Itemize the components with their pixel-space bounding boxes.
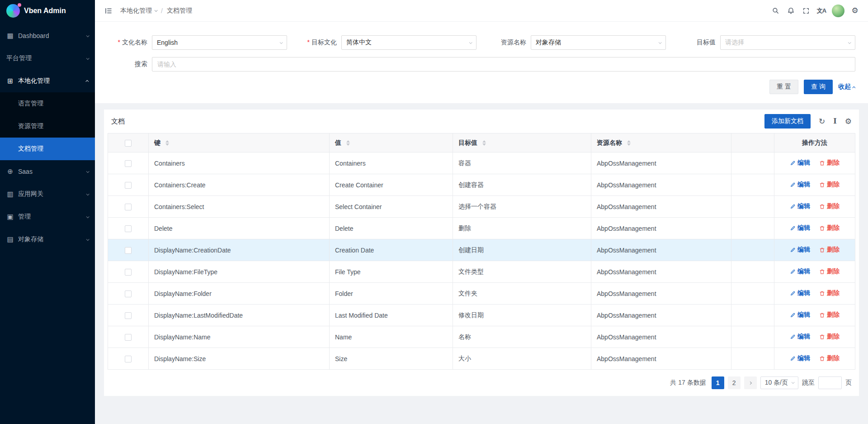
cell-key: DisplayName:Name — [149, 326, 330, 348]
chevron-down-icon — [86, 57, 90, 60]
sidebar-item-localization[interactable]: ⊞ 本地化管理 — [0, 70, 95, 92]
logo-icon — [6, 4, 20, 18]
sidebar-item-gateway[interactable]: ▥ 应用网关 — [0, 183, 95, 205]
search-icon[interactable] — [768, 0, 783, 22]
cell-key: DisplayName:FileType — [149, 261, 330, 283]
table-row: Containers:Create Create Container 创建容器 … — [108, 174, 855, 196]
column-header-key[interactable]: 键 — [149, 133, 330, 152]
delete-button[interactable]: 删除 — [819, 289, 840, 297]
column-header-value[interactable]: 值 — [330, 133, 453, 152]
document-table-card: 文档 添加新文档 ↻ Ⅰ ⚙ 键 — [104, 110, 859, 396]
card-tools: 添加新文档 ↻ Ⅰ ⚙ — [764, 114, 852, 129]
collapse-link[interactable]: 收起 — [838, 83, 855, 91]
breadcrumb-item-current: 文档管理 — [167, 7, 192, 15]
cell-resource: AbpOssManagement — [591, 326, 731, 348]
logo[interactable]: Vben Admin — [0, 0, 95, 22]
row-checkbox[interactable] — [125, 204, 132, 210]
sidebar-item-platform[interactable]: 平台管理 — [0, 47, 95, 70]
sort-icon — [482, 140, 486, 146]
delete-button[interactable]: 删除 — [819, 224, 840, 232]
edit-button[interactable]: 编辑 — [790, 246, 810, 254]
avatar[interactable] — [832, 5, 844, 17]
row-checkbox[interactable] — [125, 225, 132, 232]
chevron-down-icon — [155, 9, 158, 12]
delete-button[interactable]: 删除 — [819, 159, 840, 167]
page-size-select[interactable]: 10 条/页 — [760, 376, 798, 389]
notification-bell-icon[interactable] — [783, 0, 798, 22]
cell-target: 选择一个容器 — [453, 196, 591, 218]
edit-button[interactable]: 编辑 — [790, 289, 810, 297]
row-checkbox[interactable] — [125, 291, 132, 297]
fullscreen-icon[interactable] — [798, 0, 814, 22]
sidebar-subitem-language[interactable]: 语言管理 — [0, 92, 95, 115]
field-search: 搜索 — [102, 57, 855, 71]
cell-value: Containers — [330, 152, 453, 174]
row-checkbox[interactable] — [125, 269, 132, 276]
pagination: 共 17 条数据 1 2 10 条/页 跳至 页 — [104, 370, 859, 396]
cell-target: 修改日期 — [453, 305, 591, 326]
edit-button[interactable]: 编辑 — [790, 159, 810, 167]
breadcrumb: 本地化管理 / 文档管理 — [120, 7, 192, 15]
sidebar-item-oss[interactable]: ▤ 对象存储 — [0, 228, 95, 251]
search-input[interactable] — [152, 57, 855, 71]
row-checkbox[interactable] — [125, 182, 132, 189]
column-settings-gear-icon[interactable]: ⚙ — [845, 118, 852, 125]
delete-button[interactable]: 删除 — [819, 333, 840, 341]
edit-button[interactable]: 编辑 — [790, 311, 810, 319]
cell-key: DisplayName:Folder — [149, 283, 330, 305]
row-checkbox[interactable] — [125, 334, 132, 341]
column-header-resource[interactable]: 资源名称 — [591, 133, 731, 152]
row-checkbox[interactable] — [125, 356, 132, 362]
field-resource-name: 资源名称 对象存储 — [481, 35, 666, 50]
query-button[interactable]: 查 询 — [804, 80, 833, 94]
column-header-target[interactable]: 目标值 — [453, 133, 591, 152]
edit-button[interactable]: 编辑 — [790, 224, 810, 232]
select-all-checkbox[interactable] — [125, 140, 132, 147]
reset-button[interactable]: 重 置 — [769, 80, 798, 94]
cell-value: Creation Date — [330, 239, 453, 261]
edit-button[interactable]: 编辑 — [790, 267, 810, 276]
row-checkbox[interactable] — [125, 247, 132, 254]
next-page-button[interactable] — [744, 376, 757, 389]
table-row: DisplayName:FileType File Type 文件类型 AbpO… — [108, 261, 855, 283]
culture-name-select[interactable]: English — [152, 35, 287, 50]
target-value-select[interactable]: 请选择 — [720, 35, 855, 50]
cell-target: 文件类型 — [453, 261, 591, 283]
cell-key: Containers:Create — [149, 174, 330, 196]
jump-page-input[interactable] — [818, 376, 842, 389]
menu-fold-icon[interactable] — [101, 0, 116, 22]
delete-button[interactable]: 删除 — [819, 267, 840, 276]
target-culture-select[interactable]: 简体中文 — [341, 35, 476, 50]
cell-target: 创建日期 — [453, 239, 591, 261]
edit-button[interactable]: 编辑 — [790, 333, 810, 341]
delete-button[interactable]: 删除 — [819, 311, 840, 319]
edit-button[interactable]: 编辑 — [790, 202, 810, 210]
card-title: 文档 — [111, 117, 125, 126]
delete-button[interactable]: 删除 — [819, 202, 840, 210]
sidebar-item-saas[interactable]: ⊕ Saas — [0, 160, 95, 183]
translate-icon[interactable]: 文A — [814, 0, 829, 22]
row-checkbox[interactable] — [125, 312, 132, 319]
resource-name-select[interactable]: 对象存储 — [531, 35, 666, 50]
breadcrumb-item-parent[interactable]: 本地化管理 — [120, 7, 157, 15]
add-document-button[interactable]: 添加新文档 — [764, 114, 811, 129]
edit-button[interactable]: 编辑 — [790, 181, 810, 189]
settings-gear-icon[interactable]: ⚙ — [847, 0, 863, 22]
delete-button[interactable]: 删除 — [819, 354, 840, 362]
delete-button[interactable]: 删除 — [819, 181, 840, 189]
dashboard-icon: ▦ — [6, 32, 14, 40]
sidebar-subitem-resource[interactable]: 资源管理 — [0, 115, 95, 138]
page-button-1[interactable]: 1 — [712, 376, 724, 389]
page-button-2[interactable]: 2 — [728, 376, 741, 389]
cell-key: Containers:Select — [149, 196, 330, 218]
refresh-icon[interactable]: ↻ — [819, 118, 825, 125]
cell-resource: AbpOssManagement — [591, 283, 731, 305]
cell-key: Containers — [149, 152, 330, 174]
sidebar-item-admin[interactable]: ▣ 管理 — [0, 205, 95, 228]
edit-button[interactable]: 编辑 — [790, 354, 810, 362]
sidebar-item-dashboard[interactable]: ▦ Dashboard — [0, 24, 95, 47]
row-checkbox[interactable] — [125, 160, 132, 167]
sidebar-subitem-document[interactable]: 文档管理 — [0, 138, 95, 160]
delete-button[interactable]: 删除 — [819, 246, 840, 254]
row-height-icon[interactable]: Ⅰ — [833, 118, 836, 125]
